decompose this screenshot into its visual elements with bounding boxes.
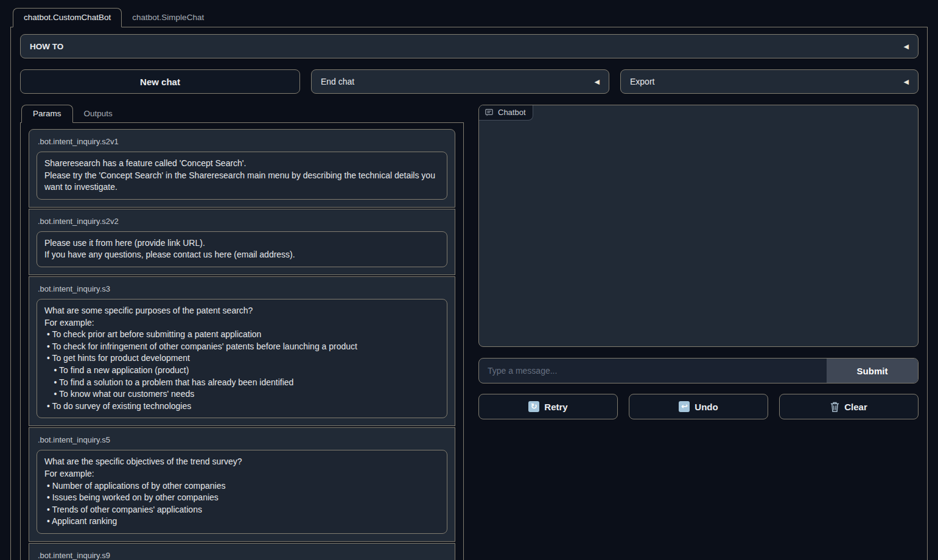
submit-button[interactable]: Submit — [827, 359, 918, 383]
undo-label: Undo — [695, 402, 718, 412]
param-group: .bot.intent_inquiry.s2v2 Please use it f… — [29, 209, 455, 275]
chatbot-panel-label: Chatbot — [479, 105, 533, 121]
chatbot-messages-area[interactable]: Chatbot — [478, 105, 919, 347]
params-column: Params Outputs .bot.intent_inquiry.s2v1 … — [20, 105, 464, 560]
param-textbox[interactable]: What are the specific objectives of the … — [37, 450, 447, 534]
chatbot-column: Chatbot Submit ↻ Retry ↩ Undo — [478, 105, 919, 419]
param-label: .bot.intent_inquiry.s2v2 — [38, 217, 446, 226]
export-label: Export — [630, 77, 654, 86]
chat-controls-row: New chat End chat ◀ Export ◀ — [20, 69, 919, 94]
param-label: .bot.intent_inquiry.s5 — [38, 435, 446, 444]
param-textbox[interactable]: Please use it from here (provide link UR… — [37, 231, 447, 267]
tab-params[interactable]: Params — [21, 105, 73, 123]
retry-button[interactable]: ↻ Retry — [478, 394, 618, 419]
chat-action-buttons: ↻ Retry ↩ Undo Clear — [478, 394, 919, 419]
new-chat-label: New chat — [140, 77, 180, 87]
collapse-arrow-icon[interactable]: ◀ — [595, 78, 600, 86]
tab-custom-chatbot[interactable]: chatbot.CustomChatBot — [13, 8, 122, 27]
params-tab-panel: .bot.intent_inquiry.s2v1 Shareresearch h… — [20, 123, 464, 560]
tab-simple-chat[interactable]: chatbot.SimpleChat — [122, 9, 214, 27]
param-group: .bot.intent_inquiry.s2v1 Shareresearch h… — [29, 129, 455, 208]
param-group: .bot.intent_inquiry.s5 What are the spec… — [29, 427, 455, 542]
message-input-row: Submit — [478, 358, 919, 383]
collapse-arrow-icon[interactable]: ◀ — [904, 78, 909, 86]
param-textbox[interactable]: Shareresearch has a feature called 'Conc… — [37, 152, 447, 200]
param-label: .bot.intent_inquiry.s9 — [38, 551, 446, 560]
retry-icon: ↻ — [528, 401, 539, 412]
howto-accordion[interactable]: HOW TO ◀ — [20, 34, 919, 58]
custom-chatbot-panel: HOW TO ◀ New chat End chat ◀ Export ◀ Pa… — [10, 27, 928, 560]
speech-bubble-icon — [485, 108, 494, 117]
new-chat-button[interactable]: New chat — [20, 69, 300, 94]
tab-outputs[interactable]: Outputs — [73, 105, 124, 122]
howto-label: HOW TO — [30, 42, 63, 51]
undo-button[interactable]: ↩ Undo — [629, 394, 768, 419]
clear-label: Clear — [844, 402, 867, 412]
main-columns: Params Outputs .bot.intent_inquiry.s2v1 … — [20, 105, 919, 560]
param-group: .bot.intent_inquiry.s9 — [29, 543, 455, 560]
params-tabbar: Params Outputs — [20, 105, 464, 123]
message-input[interactable] — [479, 359, 827, 383]
app-tabbar: chatbot.CustomChatBot chatbot.SimpleChat — [10, 0, 928, 27]
end-chat-accordion[interactable]: End chat ◀ — [311, 69, 609, 94]
clear-button[interactable]: Clear — [779, 394, 919, 419]
chatbot-label-text: Chatbot — [498, 108, 526, 117]
param-group: .bot.intent_inquiry.s3 What are some spe… — [29, 276, 455, 426]
export-accordion[interactable]: Export ◀ — [620, 69, 919, 94]
end-chat-label: End chat — [321, 77, 354, 86]
collapse-arrow-icon[interactable]: ◀ — [904, 43, 909, 51]
param-textbox[interactable]: What are some specific purposes of the p… — [37, 299, 447, 418]
trash-icon — [830, 402, 839, 412]
retry-label: Retry — [544, 402, 567, 412]
undo-icon: ↩ — [679, 401, 690, 412]
param-label: .bot.intent_inquiry.s3 — [38, 284, 446, 293]
param-label: .bot.intent_inquiry.s2v1 — [38, 137, 446, 146]
